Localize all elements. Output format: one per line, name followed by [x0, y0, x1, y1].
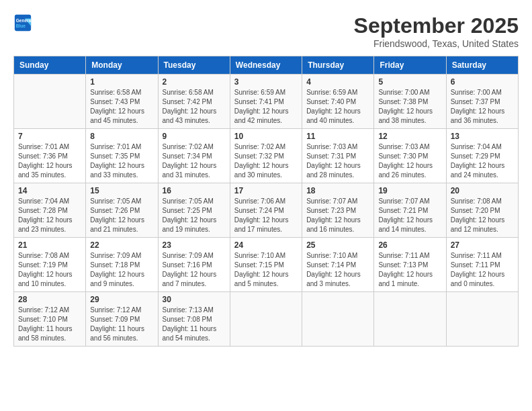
- day-info: Sunrise: 6:59 AM Sunset: 7:41 PM Dayligh…: [234, 88, 298, 126]
- day-info: Sunrise: 7:07 AM Sunset: 7:23 PM Dayligh…: [306, 197, 369, 234]
- calendar-day-cell: 4Sunrise: 6:59 AM Sunset: 7:40 PM Daylig…: [302, 75, 374, 129]
- calendar-day-cell: 5Sunrise: 7:00 AM Sunset: 7:38 PM Daylig…: [374, 75, 446, 129]
- day-info: Sunrise: 7:01 AM Sunset: 7:36 PM Dayligh…: [18, 142, 81, 180]
- day-number: 1: [90, 77, 153, 87]
- day-number: 29: [90, 295, 153, 304]
- calendar-day-cell: [230, 292, 302, 347]
- calendar-week-row: 7Sunrise: 7:01 AM Sunset: 7:36 PM Daylig…: [14, 129, 519, 183]
- location: Friendswood, Texas, United States: [354, 38, 519, 49]
- page-header: General Blue September 2025 Friendswood,…: [13, 13, 519, 49]
- day-info: Sunrise: 6:58 AM Sunset: 7:43 PM Dayligh…: [90, 88, 153, 126]
- day-number: 19: [378, 186, 441, 195]
- day-info: Sunrise: 7:03 AM Sunset: 7:31 PM Dayligh…: [306, 142, 369, 180]
- day-number: 5: [378, 77, 441, 87]
- weekday-header-row: SundayMondayTuesdayWednesdayThursdayFrid…: [14, 56, 519, 75]
- day-number: 26: [378, 240, 441, 250]
- day-info: Sunrise: 7:10 AM Sunset: 7:15 PM Dayligh…: [234, 251, 298, 289]
- day-number: 14: [18, 186, 81, 195]
- day-number: 27: [451, 240, 514, 250]
- day-number: 15: [90, 186, 153, 195]
- title-block: September 2025 Friendswood, Texas, Unite…: [354, 13, 519, 49]
- calendar-day-cell: 9Sunrise: 7:02 AM Sunset: 7:34 PM Daylig…: [158, 129, 230, 183]
- day-number: 30: [163, 295, 226, 304]
- day-info: Sunrise: 7:11 AM Sunset: 7:13 PM Dayligh…: [378, 251, 441, 289]
- weekday-header-cell: Wednesday: [230, 56, 302, 75]
- calendar-day-cell: 19Sunrise: 7:07 AM Sunset: 7:21 PM Dayli…: [374, 183, 446, 238]
- calendar-day-cell: 6Sunrise: 7:00 AM Sunset: 7:37 PM Daylig…: [446, 75, 518, 129]
- calendar-day-cell: 17Sunrise: 7:06 AM Sunset: 7:24 PM Dayli…: [230, 183, 302, 238]
- calendar-day-cell: 14Sunrise: 7:04 AM Sunset: 7:28 PM Dayli…: [14, 183, 86, 238]
- day-info: Sunrise: 7:05 AM Sunset: 7:25 PM Dayligh…: [163, 197, 226, 234]
- day-number: 21: [18, 240, 81, 250]
- day-number: 2: [163, 77, 226, 87]
- day-number: 22: [90, 240, 153, 250]
- day-info: Sunrise: 7:05 AM Sunset: 7:26 PM Dayligh…: [90, 197, 153, 234]
- day-number: 4: [306, 77, 369, 87]
- day-info: Sunrise: 7:09 AM Sunset: 7:18 PM Dayligh…: [90, 251, 153, 289]
- calendar-day-cell: 24Sunrise: 7:10 AM Sunset: 7:15 PM Dayli…: [230, 238, 302, 292]
- calendar-day-cell: 11Sunrise: 7:03 AM Sunset: 7:31 PM Dayli…: [302, 129, 374, 183]
- day-info: Sunrise: 6:59 AM Sunset: 7:40 PM Dayligh…: [306, 88, 369, 126]
- calendar-day-cell: [302, 292, 374, 347]
- month-title: September 2025: [354, 13, 519, 38]
- calendar-day-cell: 20Sunrise: 7:08 AM Sunset: 7:20 PM Dayli…: [446, 183, 518, 238]
- day-info: Sunrise: 7:11 AM Sunset: 7:11 PM Dayligh…: [451, 251, 514, 289]
- day-number: 20: [451, 186, 514, 195]
- calendar-day-cell: 25Sunrise: 7:10 AM Sunset: 7:14 PM Dayli…: [302, 238, 374, 292]
- day-info: Sunrise: 6:58 AM Sunset: 7:42 PM Dayligh…: [163, 88, 226, 126]
- day-info: Sunrise: 7:12 AM Sunset: 7:09 PM Dayligh…: [90, 306, 153, 343]
- day-number: 7: [18, 132, 81, 141]
- calendar-day-cell: 3Sunrise: 6:59 AM Sunset: 7:41 PM Daylig…: [230, 75, 302, 129]
- day-info: Sunrise: 7:07 AM Sunset: 7:21 PM Dayligh…: [378, 197, 441, 234]
- day-number: 10: [234, 132, 298, 141]
- weekday-header-cell: Friday: [374, 56, 446, 75]
- day-number: 23: [163, 240, 226, 250]
- day-number: 17: [234, 186, 298, 195]
- day-info: Sunrise: 7:13 AM Sunset: 7:08 PM Dayligh…: [163, 306, 226, 343]
- calendar-day-cell: 10Sunrise: 7:02 AM Sunset: 7:32 PM Dayli…: [230, 129, 302, 183]
- calendar-day-cell: 8Sunrise: 7:01 AM Sunset: 7:35 PM Daylig…: [86, 129, 158, 183]
- day-info: Sunrise: 7:02 AM Sunset: 7:34 PM Dayligh…: [163, 142, 226, 180]
- svg-text:Blue: Blue: [16, 24, 26, 28]
- day-number: 8: [90, 132, 153, 141]
- calendar-day-cell: 21Sunrise: 7:08 AM Sunset: 7:19 PM Dayli…: [14, 238, 86, 292]
- day-number: 28: [18, 295, 81, 304]
- day-info: Sunrise: 7:09 AM Sunset: 7:16 PM Dayligh…: [163, 251, 226, 289]
- day-info: Sunrise: 7:04 AM Sunset: 7:29 PM Dayligh…: [451, 142, 514, 180]
- calendar-day-cell: 26Sunrise: 7:11 AM Sunset: 7:13 PM Dayli…: [374, 238, 446, 292]
- calendar-day-cell: [14, 75, 86, 129]
- calendar-day-cell: 2Sunrise: 6:58 AM Sunset: 7:42 PM Daylig…: [158, 75, 230, 129]
- logo: General Blue: [13, 13, 32, 32]
- day-info: Sunrise: 7:00 AM Sunset: 7:37 PM Dayligh…: [451, 88, 514, 126]
- day-number: 25: [306, 240, 369, 250]
- day-number: 12: [378, 132, 441, 141]
- day-info: Sunrise: 7:04 AM Sunset: 7:28 PM Dayligh…: [18, 197, 81, 234]
- day-number: 13: [451, 132, 514, 141]
- calendar-day-cell: 29Sunrise: 7:12 AM Sunset: 7:09 PM Dayli…: [86, 292, 158, 347]
- day-info: Sunrise: 7:08 AM Sunset: 7:20 PM Dayligh…: [451, 197, 514, 234]
- calendar-day-cell: 7Sunrise: 7:01 AM Sunset: 7:36 PM Daylig…: [14, 129, 86, 183]
- calendar-day-cell: 13Sunrise: 7:04 AM Sunset: 7:29 PM Dayli…: [446, 129, 518, 183]
- day-info: Sunrise: 7:12 AM Sunset: 7:10 PM Dayligh…: [18, 306, 81, 343]
- weekday-header-cell: Thursday: [302, 56, 374, 75]
- calendar-day-cell: [374, 292, 446, 347]
- calendar-body: 1Sunrise: 6:58 AM Sunset: 7:43 PM Daylig…: [14, 75, 519, 347]
- day-number: 24: [234, 240, 298, 250]
- day-info: Sunrise: 7:10 AM Sunset: 7:14 PM Dayligh…: [306, 251, 369, 289]
- day-number: 6: [451, 77, 514, 87]
- calendar-table: SundayMondayTuesdayWednesdayThursdayFrid…: [13, 56, 519, 347]
- day-number: 18: [306, 186, 369, 195]
- calendar-day-cell: 12Sunrise: 7:03 AM Sunset: 7:30 PM Dayli…: [374, 129, 446, 183]
- calendar-day-cell: 15Sunrise: 7:05 AM Sunset: 7:26 PM Dayli…: [86, 183, 158, 238]
- weekday-header-cell: Saturday: [446, 56, 518, 75]
- svg-text:General: General: [16, 18, 32, 23]
- day-number: 16: [163, 186, 226, 195]
- calendar-week-row: 28Sunrise: 7:12 AM Sunset: 7:10 PM Dayli…: [14, 292, 519, 347]
- day-info: Sunrise: 7:02 AM Sunset: 7:32 PM Dayligh…: [234, 142, 298, 180]
- calendar-day-cell: [446, 292, 518, 347]
- day-info: Sunrise: 7:00 AM Sunset: 7:38 PM Dayligh…: [378, 88, 441, 126]
- day-info: Sunrise: 7:06 AM Sunset: 7:24 PM Dayligh…: [234, 197, 298, 234]
- day-number: 3: [234, 77, 298, 87]
- calendar-day-cell: 27Sunrise: 7:11 AM Sunset: 7:11 PM Dayli…: [446, 238, 518, 292]
- weekday-header-cell: Monday: [86, 56, 158, 75]
